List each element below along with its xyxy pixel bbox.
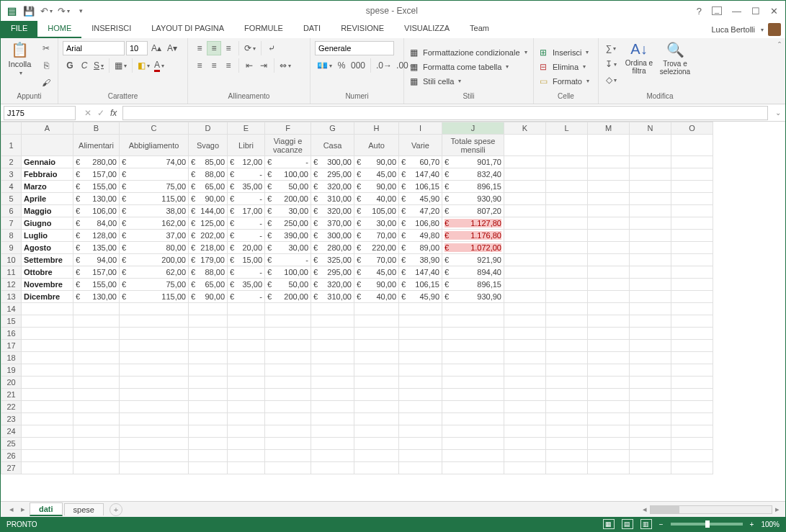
cell[interactable]	[228, 315, 265, 328]
cell[interactable]	[354, 352, 399, 364]
cell[interactable]	[504, 401, 546, 413]
cell[interactable]	[22, 303, 73, 315]
row-header-10[interactable]: 10	[1, 254, 22, 266]
cell[interactable]: €370,00	[311, 217, 354, 230]
col-header-A[interactable]: A	[22, 122, 73, 135]
cell[interactable]	[630, 328, 671, 340]
cell[interactable]: €144,00	[189, 205, 228, 217]
cell[interactable]: €202,00	[189, 230, 228, 242]
cell[interactable]: €200,00	[120, 254, 189, 266]
tab-review[interactable]: REVISIONE	[331, 21, 394, 38]
zoom-level[interactable]: 100%	[761, 520, 780, 528]
cell[interactable]: €-	[228, 291, 265, 303]
zoom-slider[interactable]	[671, 523, 743, 526]
cell[interactable]	[546, 389, 588, 401]
cell[interactable]	[120, 401, 189, 413]
cell[interactable]	[588, 425, 630, 438]
cell[interactable]	[189, 328, 228, 340]
col-header-H[interactable]: H	[354, 122, 399, 135]
cell[interactable]: €106,80	[399, 217, 442, 230]
row-header-6[interactable]: 6	[1, 205, 22, 217]
cell[interactable]	[354, 425, 399, 438]
cell[interactable]: €106,15	[399, 181, 442, 193]
cell[interactable]	[504, 156, 546, 168]
align-left-icon[interactable]: ≡	[192, 58, 207, 73]
cell[interactable]: €50,00	[265, 279, 311, 291]
cell[interactable]	[671, 156, 713, 168]
cell[interactable]	[354, 401, 399, 413]
cell[interactable]	[504, 205, 546, 217]
cell[interactable]: €35,00	[228, 181, 265, 193]
row-header-20[interactable]: 20	[1, 377, 22, 389]
align-center-icon[interactable]: ≡	[207, 58, 221, 73]
cell[interactable]	[546, 230, 588, 242]
cell[interactable]	[504, 217, 546, 230]
view-normal-icon[interactable]: ▦	[603, 519, 615, 529]
row-header-8[interactable]: 8	[1, 230, 22, 242]
cell[interactable]	[265, 340, 311, 352]
cell[interactable]	[630, 156, 671, 168]
cell[interactable]	[22, 364, 73, 377]
row-header-9[interactable]: 9	[1, 242, 22, 254]
cell[interactable]: €930,90	[442, 291, 504, 303]
cell[interactable]	[504, 425, 546, 438]
cell[interactable]	[630, 377, 671, 389]
cell[interactable]: €250,00	[265, 217, 311, 230]
view-layout-icon[interactable]: ▤	[622, 519, 633, 529]
row-header-7[interactable]: 7	[1, 217, 22, 230]
cell[interactable]: €1.072,00	[442, 242, 504, 254]
cell[interactable]: €38,90	[399, 254, 442, 266]
cell[interactable]	[442, 315, 504, 328]
sheet-nav-next-icon[interactable]: ▸	[18, 505, 28, 514]
cell[interactable]	[546, 135, 588, 156]
maximize-icon[interactable]: ☐	[751, 6, 760, 17]
cell[interactable]: €896,15	[442, 279, 504, 291]
cell[interactable]	[671, 291, 713, 303]
cell[interactable]	[546, 450, 588, 462]
cell[interactable]	[588, 254, 630, 266]
cell[interactable]	[504, 291, 546, 303]
cell[interactable]: €-	[228, 217, 265, 230]
cell[interactable]	[442, 438, 504, 450]
find-select-button[interactable]: 🔍 Trova e seleziona	[659, 41, 691, 76]
cell[interactable]	[588, 168, 630, 181]
cell[interactable]: €147,40	[399, 168, 442, 181]
cell[interactable]	[22, 377, 73, 389]
tab-team[interactable]: Team	[460, 21, 499, 38]
cell[interactable]	[588, 401, 630, 413]
row-header-22[interactable]: 22	[1, 401, 22, 413]
insert-cells-button[interactable]: ⊞Inserisci▾	[538, 46, 590, 59]
cell[interactable]	[442, 462, 504, 474]
cell[interactable]: €38,00	[120, 205, 189, 217]
autosum-icon[interactable]: ∑▾	[603, 41, 619, 55]
cell[interactable]	[399, 377, 442, 389]
cell[interactable]: €85,00	[189, 156, 228, 168]
cell[interactable]: €70,00	[354, 254, 399, 266]
cell[interactable]: €320,00	[311, 279, 354, 291]
cell[interactable]: €	[120, 168, 189, 181]
cell[interactable]	[399, 303, 442, 315]
cell[interactable]: €90,00	[189, 193, 228, 205]
cell[interactable]	[588, 340, 630, 352]
cell[interactable]: €200,00	[265, 291, 311, 303]
cell[interactable]	[546, 352, 588, 364]
help-icon[interactable]: ?	[697, 6, 702, 17]
cell[interactable]: €80,00	[120, 242, 189, 254]
cell[interactable]	[630, 462, 671, 474]
cell[interactable]	[399, 340, 442, 352]
cell[interactable]	[671, 462, 713, 474]
col-header-G[interactable]: G	[311, 122, 354, 135]
underline-button[interactable]: S▾	[91, 58, 106, 73]
cell[interactable]	[630, 401, 671, 413]
cell[interactable]	[354, 450, 399, 462]
cell[interactable]	[228, 328, 265, 340]
cell[interactable]	[588, 328, 630, 340]
cell[interactable]	[442, 328, 504, 340]
cell[interactable]: €20,00	[228, 242, 265, 254]
cell[interactable]	[189, 352, 228, 364]
cell[interactable]: Giugno	[22, 217, 73, 230]
cell[interactable]	[588, 205, 630, 217]
percent-icon[interactable]: %	[334, 58, 349, 73]
cell[interactable]	[671, 352, 713, 364]
cell[interactable]	[73, 450, 120, 462]
